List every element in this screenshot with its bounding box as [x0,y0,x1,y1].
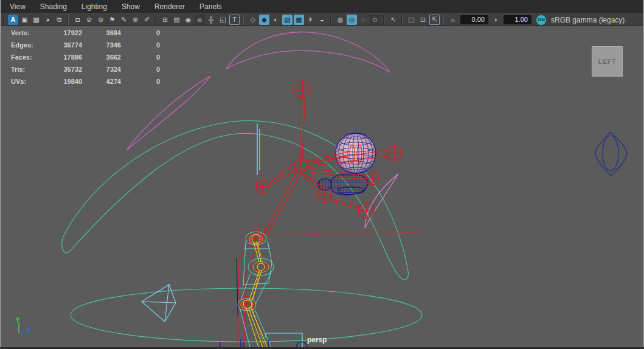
menu-lighting[interactable]: Lighting [74,0,114,13]
frame-all-icon[interactable]: ▩ [31,15,41,25]
hud-selected-value: 3662 [82,51,121,63]
hand-mesh-object[interactable] [318,174,368,195]
maya-viewport-panel: persp y z ViewShadingLightingShowRendere… [0,0,644,349]
resolution-gate-icon[interactable]: ◉ [183,15,193,25]
hud-row: Faces:1788636620 [11,51,160,63]
depth-of-field-icon[interactable]: ⧉ [370,15,380,25]
hud-row: Tris:3573273240 [11,63,160,75]
hud-total-value: 17922 [47,27,82,39]
view-cube-left-face[interactable]: LEFT [592,46,623,77]
checker-material-icon[interactable]: ▦ [294,15,304,25]
film-gate-icon[interactable]: ▤ [171,15,182,25]
ssao-icon[interactable]: ◍ [335,15,345,25]
default-material-icon[interactable]: ◐ [271,15,281,25]
hud-row: Verts:1792236840 [11,27,160,39]
camera-object[interactable] [142,285,176,322]
gate-mask-icon[interactable]: ◉ [195,15,205,25]
anti-aliasing-icon[interactable]: ◎ [347,15,357,25]
lock-camera-icon[interactable]: ⊘ [84,15,94,25]
toolbar-separator [2,15,6,25]
toolbar-separator [329,15,333,25]
eye-curve-object[interactable] [595,132,627,176]
safe-title-icon[interactable]: T [229,15,240,25]
hud-extra-value: 0 [121,39,160,51]
frame-selection-icon[interactable]: ▣ [19,15,30,25]
camera-name-label: persp [307,336,327,344]
toolbar-separator [154,15,158,25]
select-camera-icon[interactable]: ◘ [72,15,83,25]
hud-extra-value: 0 [121,27,160,39]
hud-row-label: Faces: [11,51,47,63]
hud-row: UVs:1984042740 [11,75,160,88]
red-skeleton-object[interactable] [237,80,426,349]
axis-y-label: y [16,315,20,322]
wireframe-icon[interactable]: ◇ [248,15,258,25]
color-management-on-badge[interactable]: ON [536,15,546,25]
use-all-lights-icon[interactable]: ☀ [305,15,316,25]
menu-show[interactable]: Show [114,0,147,13]
field-chart-icon[interactable]: ╬ [206,15,216,25]
pan-zoom-icon[interactable]: ⊕ [130,15,140,25]
camera-attributes-icon[interactable]: ⊚ [95,15,106,25]
hud-selected-value: 7346 [82,39,121,51]
isolate-select-icon[interactable]: ↖ [388,15,398,25]
cyan-marker-line[interactable] [257,123,260,175]
image-layers-icon[interactable]: ⧉ [54,15,64,25]
hud-total-value: 35774 [47,39,82,51]
exposure-icon[interactable]: ☼ [448,15,458,25]
hud-row-label: UVs: [11,75,47,88]
hud-extra-value: 0 [121,63,160,75]
panel-border-left [0,0,1,349]
bookmark-icon[interactable]: ⚑ [107,15,117,25]
axis-gizmo: y z [13,315,32,335]
pen-icon[interactable]: ✐ [142,15,152,25]
hud-stats: Verts:1792236840Edges:3577473460Faces:17… [11,27,160,88]
hud-total-value: 17886 [47,51,82,63]
menu-renderer[interactable]: Renderer [147,0,192,13]
shadows-icon[interactable]: ◒ [317,15,327,25]
hud-selected-value: 4274 [82,75,121,88]
combine-passes-icon[interactable]: ⊡ [418,15,428,25]
toolbar-separator [400,15,404,25]
hud-row-label: Verts: [11,27,47,39]
exposure-field[interactable]: 0.00 [460,15,488,24]
in-view-editor-icon[interactable]: ⇱ [429,15,440,25]
a-display-icon[interactable]: A [8,15,18,25]
panel-menu-bar: ViewShadingLightingShowRendererPanels [0,0,644,13]
hud-total-value: 35732 [47,63,82,75]
menu-shading[interactable]: Shading [33,0,74,13]
menu-panels[interactable]: Panels [192,0,229,13]
grid-icon[interactable]: ⊞ [160,15,170,25]
hud-selected-value: 3684 [82,27,121,39]
motion-blur-icon[interactable]: ◌ [358,15,369,25]
hud-total-value: 19840 [47,75,82,88]
panel-toolbar: A▣▩◕⧉◘⊘⊚⚑✎⊕✐⊞▤◉◉╬◱T◇◆◐▧▦☀◒◍◎◌⧉↖▢⊡⇱☼0.00◗… [0,13,644,26]
hud-row: Edges:3577473460 [11,39,160,51]
hud-row-label: Tris: [11,63,47,75]
hud-selected-value: 7324 [82,63,121,75]
menu-view[interactable]: View [2,0,33,13]
top-crescent-curve[interactable] [226,32,390,72]
textured-icon[interactable]: ▧ [282,15,293,25]
smooth-shade-icon[interactable]: ◆ [259,15,269,25]
grease-pencil-icon[interactable]: ✎ [119,15,129,25]
hud-row-label: Edges: [11,39,47,51]
gamma-icon[interactable]: ◗ [491,15,501,25]
axis-z-label: z [27,326,30,333]
separate-passes-icon[interactable]: ▢ [406,15,417,25]
view-pie-icon[interactable]: ◕ [43,15,53,25]
toolbar-separator [241,15,246,25]
toolbar-separator [441,15,446,25]
toolbar-separator [66,15,71,25]
view-transform-select[interactable]: sRGB gamma (legacy) [551,16,625,24]
hud-extra-value: 0 [121,51,160,63]
safe-action-icon[interactable]: ◱ [218,15,228,25]
toolbar-separator [382,15,386,25]
hud-extra-value: 0 [121,75,160,88]
gamma-field[interactable]: 1.00 [504,15,531,24]
